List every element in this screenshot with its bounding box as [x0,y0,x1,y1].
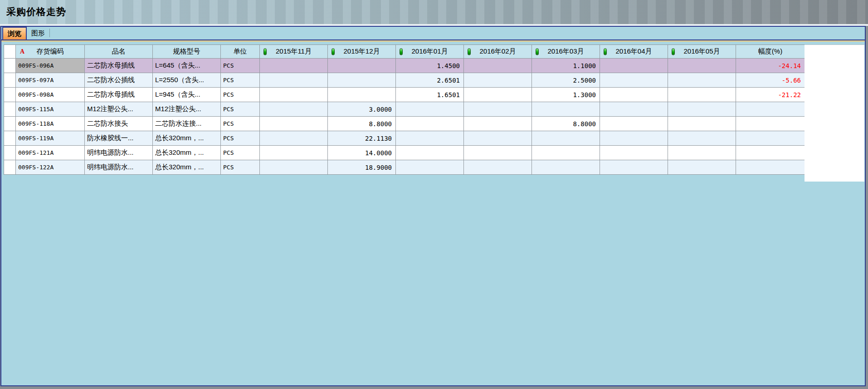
column-header-m2016_02[interactable]: 2016年02月 [464,45,532,59]
cell-code[interactable]: 009FS-119A [16,131,85,146]
cell-m2016_02[interactable] [464,73,532,88]
cell-m2016_01[interactable] [396,131,464,146]
cell-m2016_04[interactable] [600,59,668,73]
cell-m2015_11[interactable] [260,146,328,160]
cell-m2016_02[interactable] [464,131,532,146]
cell-m2015_11[interactable] [260,73,328,88]
cell-unit[interactable]: PCS [221,160,260,175]
cell-rate[interactable]: -5.66 [736,73,805,88]
cell-name[interactable]: 二芯防水母插线 [85,59,153,73]
cell-m2016_03[interactable]: 2.5000 [532,73,600,88]
cell-m2016_01[interactable] [396,160,464,175]
cell-m2016_01[interactable] [396,146,464,160]
cell-unit[interactable]: PCS [221,73,260,88]
cell-m2016_04[interactable] [600,102,668,117]
cell-rate[interactable] [736,160,805,175]
cell-m2015_11[interactable] [260,88,328,102]
tab-browse[interactable]: 浏览 [2,27,27,39]
cell-name[interactable]: 明纬电源防水... [85,160,153,175]
cell-m2015_12[interactable] [328,59,396,73]
cell-rate[interactable]: -21.22 [736,88,805,102]
cell-spec[interactable]: 总长320mm，... [153,160,221,175]
column-header-m2015_12[interactable]: 2015年12月 [328,45,396,59]
cell-m2016_02[interactable] [464,160,532,175]
table-row[interactable]: 009FS-096A二芯防水母插线L=645（含头...PCS1.45001.1… [4,59,805,73]
table-row[interactable]: 009FS-097A二芯防水公插线L=2550（含头...PCS2.65012.… [4,73,805,88]
column-header-m2016_04[interactable]: 2016年04月 [600,45,668,59]
cell-m2016_03[interactable]: 1.3000 [532,88,600,102]
cell-name[interactable]: 防水橡胶线一... [85,131,153,146]
table-row[interactable]: 009FS-098A二芯防水母插线L=945（含头...PCS1.65011.3… [4,88,805,102]
column-header-spec[interactable]: 规格型号 [153,45,221,59]
cell-m2016_04[interactable] [600,160,668,175]
cell-m2016_01[interactable]: 1.4500 [396,59,464,73]
cell-rate[interactable] [736,146,805,160]
column-header-name[interactable]: 品名 [85,45,153,59]
cell-m2016_05[interactable] [668,102,736,117]
cell-m2016_03[interactable] [532,160,600,175]
cell-m2015_12[interactable] [328,73,396,88]
row-selector-header[interactable] [4,45,16,59]
cell-m2015_12[interactable]: 3.0000 [328,102,396,117]
table-row[interactable]: 009FS-115AM12注塑公头...M12注塑公头...PCS3.0000 [4,102,805,117]
cell-unit[interactable]: PCS [221,117,260,131]
row-selector-cell[interactable] [4,160,16,175]
cell-m2016_04[interactable] [600,117,668,131]
cell-spec[interactable]: 总长320mm，... [153,131,221,146]
row-selector-cell[interactable] [4,59,16,73]
cell-rate[interactable] [736,102,805,117]
cell-rate[interactable] [736,117,805,131]
cell-rate[interactable]: -24.14 [736,59,805,73]
cell-m2015_11[interactable] [260,131,328,146]
cell-code[interactable]: 009FS-097A [16,73,85,88]
cell-m2016_05[interactable] [668,88,736,102]
cell-m2015_11[interactable] [260,160,328,175]
cell-m2016_03[interactable] [532,131,600,146]
row-selector-cell[interactable] [4,131,16,146]
row-selector-cell[interactable] [4,117,16,131]
cell-m2016_01[interactable]: 2.6501 [396,73,464,88]
cell-spec[interactable]: L=2550（含头... [153,73,221,88]
cell-m2016_01[interactable] [396,102,464,117]
cell-m2015_11[interactable] [260,59,328,73]
column-header-m2016_01[interactable]: 2016年01月 [396,45,464,59]
cell-m2015_12[interactable]: 18.9000 [328,160,396,175]
cell-unit[interactable]: PCS [221,88,260,102]
cell-m2016_02[interactable] [464,59,532,73]
cell-spec[interactable]: L=645（含头... [153,59,221,73]
cell-code[interactable]: 009FS-096A [16,59,85,73]
column-header-m2015_11[interactable]: 2015年11月 [260,45,328,59]
row-selector-cell[interactable] [4,146,16,160]
cell-m2015_12[interactable]: 22.1130 [328,131,396,146]
cell-m2016_04[interactable] [600,88,668,102]
cell-name[interactable]: M12注塑公头... [85,102,153,117]
cell-m2016_04[interactable] [600,131,668,146]
cell-m2016_05[interactable] [668,160,736,175]
table-row[interactable]: 009FS-118A二芯防水接头二芯防水连接...PCS8.80008.8000 [4,117,805,131]
cell-name[interactable]: 二芯防水接头 [85,117,153,131]
cell-m2016_03[interactable] [532,102,600,117]
cell-m2016_01[interactable] [396,117,464,131]
cell-unit[interactable]: PCS [221,59,260,73]
cell-code[interactable]: 009FS-115A [16,102,85,117]
cell-name[interactable]: 明纬电源防水... [85,146,153,160]
cell-spec[interactable]: 二芯防水连接... [153,117,221,131]
cell-m2016_05[interactable] [668,59,736,73]
cell-m2016_03[interactable]: 1.1000 [532,59,600,73]
cell-unit[interactable]: PCS [221,102,260,117]
cell-code[interactable]: 009FS-118A [16,117,85,131]
cell-m2015_11[interactable] [260,117,328,131]
column-header-unit[interactable]: 单位 [221,45,260,59]
cell-m2015_12[interactable] [328,88,396,102]
cell-m2016_05[interactable] [668,73,736,88]
cell-m2016_03[interactable]: 8.8000 [532,117,600,131]
cell-code[interactable]: 009FS-098A [16,88,85,102]
cell-unit[interactable]: PCS [221,146,260,160]
cell-m2016_05[interactable] [668,131,736,146]
cell-rate[interactable] [736,131,805,146]
cell-unit[interactable]: PCS [221,131,260,146]
cell-code[interactable]: 009FS-122A [16,160,85,175]
column-header-m2016_05[interactable]: 2016年05月 [668,45,736,59]
table-row[interactable]: 009FS-122A明纬电源防水...总长320mm，...PCS18.9000 [4,160,805,175]
column-header-code[interactable]: A存货编码 [16,45,85,59]
